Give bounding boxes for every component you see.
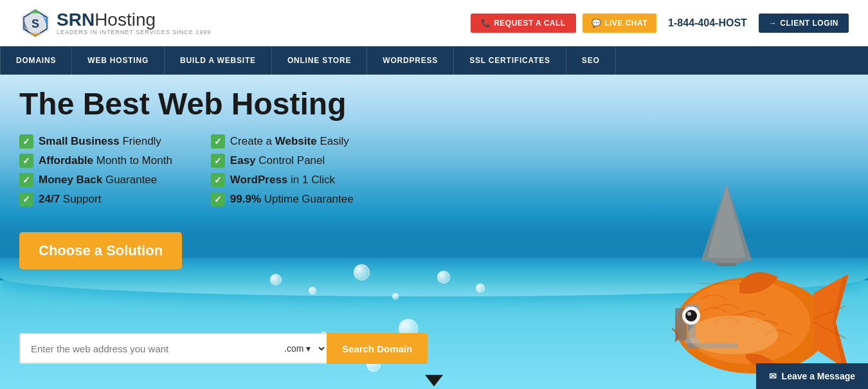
feature-text: Money Back Guarantee (39, 174, 157, 186)
logo-name: SRNHosting (57, 11, 211, 29)
client-login-label: CLIENT LOGIN (780, 19, 838, 28)
logo-srn: SRN (57, 10, 95, 30)
feature-text: Affordable Month to Month (39, 154, 172, 167)
feature-wordpress: ✓ WordPress in 1 Click (211, 173, 354, 187)
feature-text: 24/7 Support (39, 193, 101, 206)
leave-message-button[interactable]: ✉ Leave a Message (756, 363, 868, 389)
svg-point-21 (687, 312, 691, 316)
bubble (476, 284, 485, 293)
choose-solution-label: Choose a Solution (39, 242, 163, 258)
check-icon: ✓ (211, 154, 225, 168)
feature-text: WordPress in 1 Click (230, 174, 335, 186)
feature-bold: WordPress (230, 174, 287, 186)
feature-text: 99.9% Uptime Guarantee (230, 193, 354, 206)
nav-online-store[interactable]: ONLINE STORE (272, 46, 367, 75)
bubble (309, 287, 316, 294)
search-domain-label: Search Domain (342, 343, 412, 354)
check-icon: ✓ (19, 134, 33, 149)
feature-bold: 24/7 (39, 193, 60, 205)
feature-bold: 99.9% (230, 193, 261, 205)
logo-hosting: Hosting (95, 10, 156, 30)
nav-domains[interactable]: DOMAINS (0, 46, 72, 75)
feature-create-website: ✓ Create a Website Easily (211, 134, 354, 149)
feature-affordable: ✓ Affordable Month to Month (19, 154, 172, 168)
client-login-button[interactable]: → CLIENT LOGIN (759, 14, 849, 33)
phone-number: 1-844-404-HOST (668, 17, 747, 29)
feature-small-business: ✓ Small Business Friendly (19, 134, 172, 149)
hero-title: The Best Web Hosting (19, 87, 849, 122)
nav-build-website[interactable]: BUILD A WEBSITE (165, 46, 272, 75)
phone-icon: 📞 (481, 19, 491, 28)
header-actions: 📞 REQUEST A CALL 💬 LIVE CHAT 1-844-404-H… (471, 14, 849, 33)
bubble (392, 293, 399, 300)
header: S SRNHosting Leaders in Internet Service… (0, 0, 868, 46)
scroll-down-arrow[interactable] (425, 375, 443, 386)
check-icon: ✓ (19, 192, 33, 206)
feature-bold: Easy (230, 154, 256, 167)
logo-tagline: Leaders in Internet Services Since 1999 (57, 29, 211, 35)
feature-money-back: ✓ Money Back Guarantee (19, 173, 172, 187)
nav-seo[interactable]: SEO (566, 46, 616, 75)
svg-point-20 (685, 310, 697, 321)
feature-support: ✓ 24/7 Support (19, 192, 172, 206)
logo[interactable]: S SRNHosting Leaders in Internet Service… (19, 7, 211, 39)
nav-ssl-certificates[interactable]: SSL CERTIFICATES (454, 46, 566, 75)
feature-text: Easy Control Panel (230, 154, 325, 167)
live-chat-label: LIVE CHAT (604, 19, 647, 28)
svg-point-22 (688, 316, 778, 354)
request-call-label: REQUEST A CALL (494, 19, 565, 28)
feature-col-right: ✓ Create a Website Easily ✓ Easy Control… (211, 134, 354, 206)
feature-text: Small Business Friendly (39, 135, 161, 148)
domain-search: .com ▾ .net .org .info .biz Search Domai… (19, 333, 428, 364)
hero-content: The Best Web Hosting ✓ Small Business Fr… (0, 75, 868, 282)
feature-bold: Money Back (39, 174, 102, 186)
main-nav: DOMAINS WEB HOSTING BUILD A WEBSITE ONLI… (0, 46, 868, 75)
feature-col-left: ✓ Small Business Friendly ✓ Affordable M… (19, 134, 172, 206)
check-icon: ✓ (211, 134, 225, 149)
hero-features: ✓ Small Business Friendly ✓ Affordable M… (19, 134, 849, 206)
check-icon: ✓ (19, 173, 33, 187)
check-icon: ✓ (19, 154, 33, 168)
feature-bold: Affordable (39, 154, 93, 167)
domain-extension-select[interactable]: .com ▾ .net .org .info .biz (276, 333, 327, 364)
hero-section: The Best Web Hosting ✓ Small Business Fr… (0, 75, 868, 389)
leave-message-label: Leave a Message (782, 371, 855, 381)
logo-icon: S (19, 7, 51, 39)
request-call-button[interactable]: 📞 REQUEST A CALL (471, 14, 576, 33)
feature-bold: Website (275, 135, 317, 147)
nav-wordpress[interactable]: WORDPRESS (367, 46, 454, 75)
logo-text: SRNHosting Leaders in Internet Services … (57, 11, 211, 35)
check-icon: ✓ (211, 173, 225, 187)
envelope-icon: ✉ (769, 371, 777, 381)
search-domain-button[interactable]: Search Domain (327, 333, 428, 364)
chat-icon: 💬 (592, 19, 602, 28)
check-icon: ✓ (211, 192, 225, 206)
live-chat-button[interactable]: 💬 LIVE CHAT (583, 14, 656, 33)
feature-bold: Small Business (39, 135, 120, 147)
login-icon: → (769, 19, 777, 28)
feature-control-panel: ✓ Easy Control Panel (211, 154, 354, 168)
feature-text: Create a Website Easily (230, 135, 349, 148)
domain-input[interactable] (19, 333, 276, 364)
choose-solution-button[interactable]: Choose a Solution (19, 232, 182, 269)
nav-web-hosting[interactable]: WEB HOSTING (72, 46, 165, 75)
feature-uptime: ✓ 99.9% Uptime Guarantee (211, 192, 354, 206)
svg-text:S: S (32, 17, 39, 30)
